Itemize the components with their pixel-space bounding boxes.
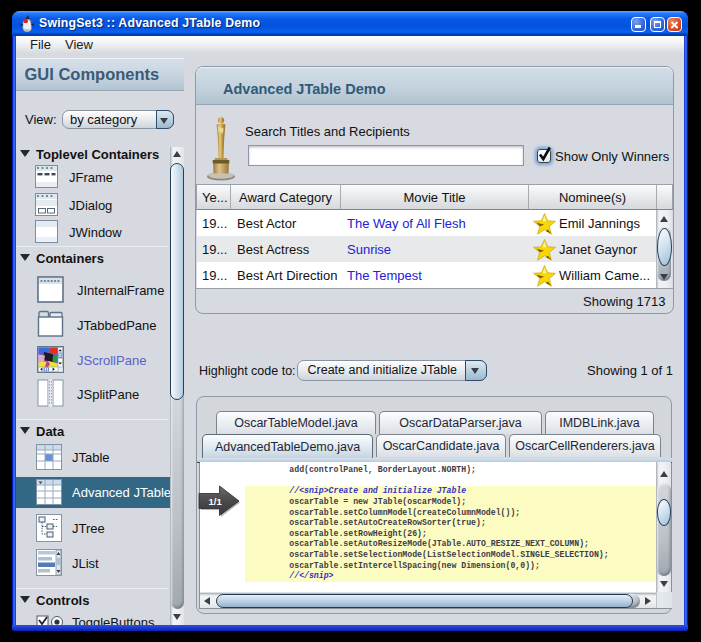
- svg-text:1/1: 1/1: [209, 496, 223, 507]
